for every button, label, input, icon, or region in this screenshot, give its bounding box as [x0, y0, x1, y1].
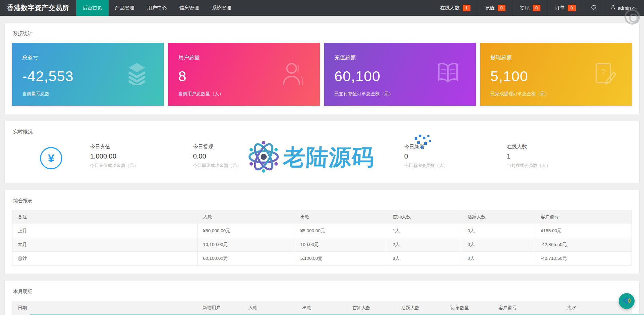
card-subtitle: 已支付充值订单总金额（元）	[334, 91, 466, 97]
recharge-count-label: 充值	[485, 5, 495, 11]
cell: 0人	[462, 252, 535, 266]
online-count-label: 在线人数	[440, 5, 460, 11]
item-desc: 今日充值成功金额（元）	[90, 163, 193, 169]
table-row: 总计 60,100.00元 5,100.00元 3人 0人 -42,710.50…	[12, 252, 632, 266]
tab-users[interactable]: 用户中心	[141, 0, 173, 16]
withdraw-count-item[interactable]: 提现 0	[513, 0, 547, 16]
card-subtitle: 当前盈亏总数	[22, 91, 154, 97]
realtime-item-today-withdraw: 今日提现 0.00 今日提现成功金额（元）	[193, 144, 404, 169]
cell: 2人	[387, 238, 462, 252]
item-desc: 当前在线会员数（人）	[507, 163, 551, 169]
item-value: 0.00	[193, 152, 404, 160]
tab-dashboard[interactable]: 后台首页	[76, 0, 109, 16]
cell: 100.00元	[295, 238, 387, 252]
order-count-label: 订单	[555, 5, 565, 11]
item-label: 今日新增	[404, 144, 507, 150]
column-header: 客户盈亏	[493, 301, 562, 315]
realtime-item-today-new: 今日新增 0 今日新增会员数（人）	[404, 144, 507, 169]
item-label: 今日充值	[90, 144, 193, 150]
stat-cards-row: 总盈亏 -42,553 当前盈亏总数 用户总量 8 当前用户总数量（人）	[12, 43, 632, 106]
cell: 5,100.00元	[295, 252, 387, 266]
card-total-withdraw: 提现总额 5,100 已完成提现订单总金额（元） ?	[480, 43, 632, 106]
recharge-count-item[interactable]: 充值 0	[478, 0, 513, 16]
column-header: 活跃人数	[462, 210, 535, 224]
tab-products[interactable]: 产品管理	[109, 0, 141, 16]
realtime-panel-title: 实时概况	[12, 121, 632, 141]
detail-panel: 本月明细 日期 新增用户 入款 出款 首冲人数 活跃人数 订单数量 客户盈亏 流…	[4, 281, 640, 315]
withdraw-count-badge: 0	[533, 5, 540, 11]
item-value: 1,000.00	[90, 152, 193, 160]
card-title: 充值总额	[334, 54, 466, 61]
card-total-recharge: 充值总额 60,100 已支付充值订单总金额（元）	[324, 43, 476, 106]
cell: ¥155.00元	[535, 224, 632, 238]
card-title: 总盈亏	[22, 54, 154, 61]
table-header-row: 备注 入款 出款 首冲人数 活跃人数 客户盈亏	[12, 210, 632, 224]
card-subtitle: 已完成提现订单总金额（元）	[490, 91, 622, 97]
cell: 0人	[462, 224, 535, 238]
report-panel: 综合报表 备注 入款 出款 首冲人数 活跃人数 客户盈亏 上月 ¥50,000.…	[4, 190, 640, 274]
detail-panel-title: 本月明细	[12, 281, 632, 301]
column-header: 日期	[12, 301, 197, 315]
realtime-item-online: 在线人数 1 当前在线会员数（人）	[507, 144, 551, 169]
document-edit-icon: ?	[594, 62, 616, 86]
stats-panel: 数据统计 总盈亏 -42,553 当前盈亏总数 用户总量 8 当前用户总数量（人…	[4, 23, 640, 114]
refresh-button[interactable]	[583, 0, 604, 16]
yen-circle-icon: ¥	[40, 147, 62, 169]
column-header: 入款	[243, 301, 297, 315]
cell: -42,710.50元	[535, 252, 632, 266]
realtime-item-today-recharge: 今日充值 1,000.00 今日充值成功金额（元）	[90, 144, 193, 169]
card-title: 提现总额	[490, 54, 622, 61]
online-count-item[interactable]: 在线人数 1	[433, 0, 478, 16]
currency-icon-wrap: ¥	[12, 144, 90, 169]
column-header: 首冲人数	[347, 301, 396, 315]
column-header: 出款	[295, 210, 387, 224]
card-total-users: 用户总量 8 当前用户总数量（人）	[168, 43, 320, 106]
summary-report-table: 备注 入款 出款 首冲人数 活跃人数 客户盈亏 上月 ¥50,000.00元 ¥…	[12, 210, 632, 266]
column-header: 首冲人数	[387, 210, 462, 224]
column-header: 入款	[197, 210, 295, 224]
refresh-icon	[591, 4, 597, 12]
item-value: 0	[404, 152, 507, 160]
column-header: 订单数量	[445, 301, 493, 315]
column-header: 新增用户	[197, 301, 242, 315]
report-panel-title: 综合报表	[12, 190, 632, 210]
user-icon	[281, 62, 304, 87]
card-subtitle: 当前用户总数量（人）	[178, 91, 310, 97]
withdraw-count-label: 提现	[520, 5, 530, 11]
navbar-right: 在线人数 1 充值 0 提现 0 订单 0 admin	[433, 0, 644, 16]
cell: 上月	[12, 224, 198, 238]
brand-title: 香港数字资产交易所	[0, 0, 76, 16]
person-icon	[610, 5, 615, 11]
speaker-icon	[622, 296, 632, 307]
cell: 3人	[387, 252, 462, 266]
sound-float-button[interactable]	[619, 293, 635, 309]
column-header: 备注	[12, 210, 198, 224]
item-desc: 今日新增会员数（人）	[404, 163, 507, 169]
card-title: 用户总量	[178, 54, 310, 61]
table-header-row: 日期 新增用户 入款 出款 首冲人数 活跃人数 订单数量 客户盈亏 流水	[12, 301, 632, 315]
item-label: 在线人数	[507, 144, 551, 150]
realtime-panel: 实时概况 ¥ 今日充值 1,000.00 今日充值成功金额（元） 今日提现 0.…	[4, 121, 640, 183]
table-row: 本月 10,100.00元 100.00元 2人 0人 -42,865.50元	[12, 238, 632, 252]
cell: -42,865.50元	[535, 238, 632, 252]
tab-system[interactable]: 系统管理	[205, 0, 238, 16]
cell: 本月	[12, 238, 198, 252]
column-header: 出款	[297, 301, 347, 315]
cell: ¥5,000.00元	[295, 224, 387, 238]
recharge-count-badge: 0	[498, 5, 505, 11]
month-detail-table: 日期 新增用户 入款 出款 首冲人数 活跃人数 订单数量 客户盈亏 流水 202…	[12, 301, 632, 315]
book-icon	[436, 62, 460, 85]
cell: 1人	[387, 224, 462, 238]
corner-watermark-logo	[624, 9, 640, 25]
item-value: 1	[507, 152, 551, 160]
cell: 0人	[462, 238, 535, 252]
top-navbar: 香港数字资产交易所 后台首页 产品管理 用户中心 信息管理 系统管理 在线人数 …	[0, 0, 644, 16]
cell: 总计	[12, 252, 198, 266]
svg-text:?: ?	[601, 67, 606, 77]
tab-info[interactable]: 信息管理	[173, 0, 205, 16]
card-total-profit: 总盈亏 -42,553 当前盈亏总数	[12, 43, 164, 106]
column-header: 活跃人数	[396, 301, 445, 315]
order-count-badge: 0	[568, 5, 575, 11]
stats-panel-title: 数据统计	[12, 23, 632, 43]
order-count-item[interactable]: 订单 0	[547, 0, 582, 16]
